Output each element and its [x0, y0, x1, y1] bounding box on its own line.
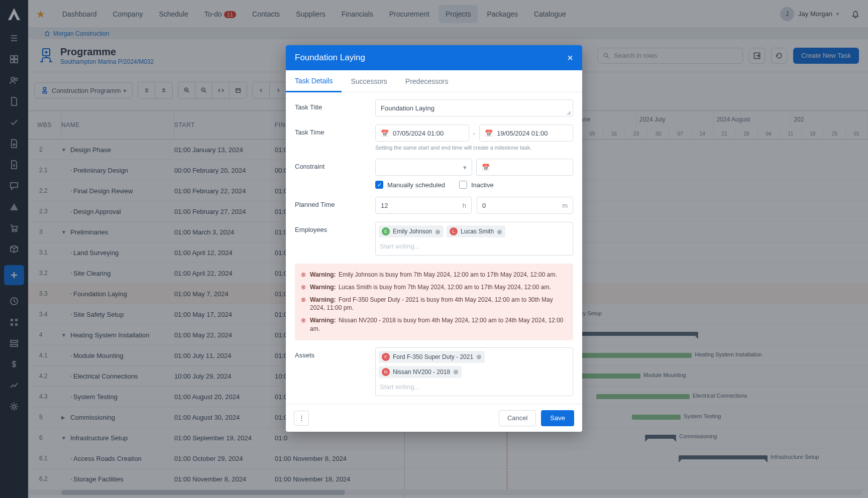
close-button[interactable]: ×: [567, 52, 573, 64]
assets-tag-input[interactable]: FFord F-350 Super Duty - 2021⊗NNissan NV…: [375, 347, 573, 396]
modal-tab-task-details[interactable]: Task Details: [286, 70, 342, 92]
tag-chip: FFord F-350 Super Duty - 2021⊗: [379, 351, 485, 363]
error-icon: ⊗: [301, 271, 306, 279]
tag-avatar: E: [382, 227, 390, 235]
warning-line: ⊗Warning: Lucas Smith is busy from 7th M…: [301, 281, 567, 294]
calendar-icon: 📅: [482, 164, 490, 171]
tag-input-placeholder[interactable]: Start writing...: [379, 381, 570, 393]
save-button[interactable]: Save: [541, 410, 574, 426]
tag-avatar: N: [382, 368, 390, 376]
assets-label: Assets: [295, 347, 375, 396]
cancel-button[interactable]: Cancel: [499, 410, 536, 426]
employees-label: Employees: [295, 222, 375, 256]
modal-tabs: Task DetailsSuccessorsPredecessors: [286, 70, 582, 92]
calendar-icon: 📅: [485, 130, 493, 137]
task-time-label: Task Time: [295, 125, 375, 151]
constraint-label: Constraint: [295, 159, 375, 189]
error-icon: ⊗: [301, 283, 306, 292]
manually-scheduled-checkbox[interactable]: ✓Manually scheduled: [375, 181, 445, 189]
constraint-date-input[interactable]: 📅: [476, 159, 573, 176]
modal-tab-successors[interactable]: Successors: [342, 70, 396, 92]
resize-handle-icon: ◢: [567, 109, 571, 115]
calendar-icon: 📅: [381, 130, 389, 137]
task-edit-modal: Foundation Laying × Task DetailsSuccesso…: [286, 45, 582, 432]
start-date-input[interactable]: 📅 07/05/2024 01:00: [375, 125, 469, 142]
planned-hours-input[interactable]: 12h: [375, 197, 472, 214]
tag-chip: EEmily Johnson⊗: [379, 225, 444, 237]
warning-line: ⊗Warning: Ford F-350 Super Duty - 2021 i…: [301, 294, 567, 315]
remove-tag-button[interactable]: ⊗: [435, 228, 441, 235]
error-icon: ⊗: [301, 316, 306, 333]
modal-footer: ⋮ Cancel Save: [286, 404, 582, 432]
tag-avatar: F: [382, 353, 390, 361]
warning-line: ⊗Warning: Nissan NV200 - 2018 is busy fr…: [301, 314, 567, 335]
task-title-label: Task Title: [295, 99, 375, 116]
tag-input-placeholder[interactable]: Start writing...: [379, 240, 570, 252]
tag-chip: LLucas Smith⊗: [447, 225, 505, 237]
error-icon: ⊗: [301, 296, 306, 313]
remove-tag-button[interactable]: ⊗: [453, 368, 459, 376]
chevron-down-icon: ▾: [463, 164, 467, 171]
modal-tab-predecessors[interactable]: Predecessors: [396, 70, 458, 92]
warnings-panel: ⊗Warning: Emily Johnson is busy from 7th…: [295, 264, 573, 340]
inactive-checkbox[interactable]: Inactive: [459, 181, 494, 189]
task-title-input[interactable]: Foundation Laying ◢: [375, 99, 573, 116]
warning-line: ⊗Warning: Emily Johnson is busy from 7th…: [301, 269, 567, 281]
modal-title: Foundation Laying: [295, 53, 365, 63]
constraint-type-select[interactable]: ▾: [375, 159, 472, 176]
remove-tag-button[interactable]: ⊗: [476, 353, 482, 360]
tag-avatar: L: [450, 227, 458, 235]
more-actions-button[interactable]: ⋮: [294, 411, 309, 426]
planned-time-label: Planned Time: [295, 197, 375, 214]
modal-header: Foundation Laying ×: [286, 45, 582, 70]
employees-tag-input[interactable]: EEmily Johnson⊗LLucas Smith⊗Start writin…: [375, 222, 573, 256]
modal-body: Task Title Foundation Laying ◢ Task Time…: [286, 92, 582, 404]
end-date-input[interactable]: 📅 19/05/2024 01:00: [479, 125, 573, 142]
tag-chip: NNissan NV200 - 2018⊗: [379, 366, 462, 378]
modal-overlay: Foundation Laying × Task DetailsSuccesso…: [0, 0, 868, 498]
planned-minutes-input[interactable]: 0m: [477, 197, 573, 214]
time-hint: Setting the same start and end time will…: [375, 145, 573, 151]
remove-tag-button[interactable]: ⊗: [497, 228, 502, 235]
